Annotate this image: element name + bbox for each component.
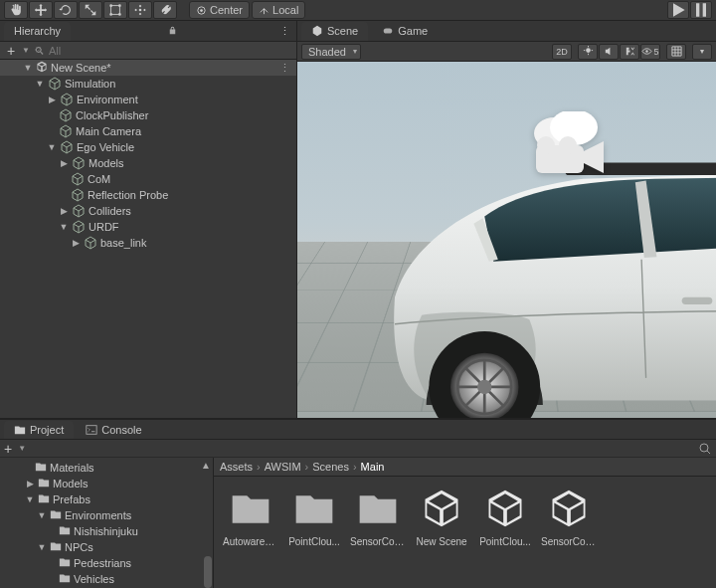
fold-icon[interactable]: ▶	[47, 95, 57, 104]
gameobject-icon	[84, 236, 97, 250]
folder-environments[interactable]: ▼Environments	[0, 507, 213, 523]
folder-prefabs[interactable]: ▼Prefabs	[0, 491, 213, 507]
unity-scene-icon	[36, 61, 48, 75]
folder-icon	[356, 487, 400, 530]
top-toolbar: Center Local	[0, 0, 716, 21]
fold-icon[interactable]: ▼	[23, 63, 33, 73]
move-tool[interactable]	[29, 1, 53, 19]
hierarchy-tabhdr: Hierarchy ⋮	[0, 21, 296, 42]
fold-icon[interactable]: ▶	[71, 238, 81, 248]
asset-item[interactable]: SensorConf...	[546, 487, 592, 578]
gameobject-icon	[60, 93, 74, 106]
grid-toggle[interactable]	[666, 44, 686, 60]
shading-dropdown[interactable]: Shaded	[301, 44, 361, 60]
gameobject-icon	[71, 188, 85, 202]
rect-tool[interactable]	[103, 1, 127, 19]
fx-toggle[interactable]	[620, 44, 639, 60]
hierarchy-item-menu[interactable]: ⋮	[279, 62, 290, 75]
node-colliders[interactable]: ▶Colliders	[0, 203, 296, 219]
svg-rect-25	[87, 425, 96, 434]
fold-icon[interactable]: ▼	[59, 222, 69, 232]
node-baselink[interactable]: ▶base_link	[0, 235, 296, 251]
scale-tool[interactable]	[79, 1, 102, 19]
folder-icon	[292, 487, 336, 530]
node-environment[interactable]: ▶Environment	[0, 92, 296, 107]
project-tab[interactable]: Project	[4, 421, 74, 439]
folder-materials[interactable]: Materials	[0, 460, 213, 476]
console-tab[interactable]: Console	[76, 421, 151, 439]
svg-point-5	[139, 9, 142, 12]
svg-point-3	[109, 13, 112, 16]
mode-2d-button[interactable]: 2D	[552, 44, 572, 60]
asset-item[interactable]: AutowareS...	[228, 487, 273, 578]
custom-tool[interactable]	[153, 1, 177, 19]
folder-nishishinjuku[interactable]: Nishishinjuku	[0, 523, 213, 539]
asset-label: AutowareS...	[223, 536, 278, 547]
crumb-awsim[interactable]: AWSIM	[265, 461, 301, 473]
audio-toggle[interactable]	[599, 44, 619, 60]
crumb-assets[interactable]: Assets	[220, 461, 253, 473]
hidden-toggle[interactable]: 5	[640, 44, 660, 60]
asset-item[interactable]: PointClou...	[482, 487, 528, 578]
scroll-up-icon[interactable]: ▲	[201, 460, 211, 471]
node-egovehicle[interactable]: ▼Ego Vehicle	[0, 139, 296, 155]
scene-viewport[interactable]	[297, 62, 716, 418]
rotate-tool[interactable]	[54, 1, 78, 19]
search-icon: 🔍︎	[34, 45, 45, 57]
project-toolbar: + ▼	[0, 440, 716, 458]
scene-row[interactable]: ▼ New Scene*	[0, 60, 296, 76]
node-maincamera[interactable]: Main Camera	[0, 123, 296, 139]
game-tab[interactable]: Game	[372, 22, 438, 41]
hierarchy-create-dropdown[interactable]: ▼	[22, 46, 30, 55]
folder-pedestrians[interactable]: Pedestrians	[0, 555, 213, 571]
asset-item[interactable]: New Scene	[419, 487, 464, 578]
transform-tool[interactable]	[128, 1, 152, 19]
unity-scene-icon	[483, 487, 527, 530]
hierarchy-search-input[interactable]	[49, 45, 292, 57]
node-com[interactable]: CoM	[0, 171, 296, 187]
gameobject-icon	[48, 77, 62, 91]
lighting-toggle[interactable]	[578, 44, 598, 60]
gameobject-icon	[59, 124, 73, 138]
fold-icon[interactable]: ▼	[35, 79, 45, 89]
chevron-right-icon: ›	[353, 461, 357, 473]
space-mode[interactable]: Local	[252, 1, 305, 19]
search-icon[interactable]	[698, 442, 712, 456]
play-button[interactable]	[667, 1, 689, 19]
folder-vehicles[interactable]: Vehicles	[0, 571, 213, 587]
fold-icon[interactable]: ▼	[47, 142, 57, 152]
pivot-label: Center	[210, 4, 243, 16]
asset-item[interactable]: SensorConf...	[355, 487, 401, 578]
crumb-main[interactable]: Main	[361, 461, 385, 473]
scene-tab[interactable]: Scene	[301, 22, 368, 41]
node-simulation[interactable]: ▼Simulation	[0, 76, 296, 92]
node-urdf[interactable]: ▼URDF	[0, 219, 296, 235]
project-tree-scrollbar[interactable]	[203, 472, 213, 588]
hierarchy-menu-icon[interactable]: ⋮	[273, 25, 296, 38]
asset-item[interactable]: PointClou...	[291, 487, 337, 578]
vehicle-model	[377, 151, 716, 418]
pause-button[interactable]	[690, 1, 712, 19]
folder-npcs[interactable]: ▼NPCs	[0, 539, 213, 555]
hierarchy-tab[interactable]: Hierarchy	[4, 22, 71, 41]
node-models[interactable]: ▶Models	[0, 155, 296, 171]
project-create-dropdown[interactable]: ▼	[18, 444, 26, 453]
node-reflection[interactable]: Reflection Probe	[0, 187, 296, 203]
fold-icon[interactable]: ▶	[59, 158, 69, 168]
fold-icon[interactable]: ▶	[59, 206, 69, 216]
chevron-right-icon: ›	[305, 461, 309, 473]
hierarchy-create-button[interactable]: +	[4, 43, 18, 59]
hand-tool[interactable]	[4, 1, 28, 19]
project-create-button[interactable]: +	[4, 441, 12, 457]
project-folder-tree[interactable]: ▲ Materials ▶Models ▼Prefabs ▼Environmen…	[0, 458, 214, 588]
hierarchy-tree[interactable]: ⋮ ▼ New Scene* ▼Simulation ▶Environment …	[0, 60, 296, 418]
svg-point-14	[477, 380, 491, 394]
pivot-mode[interactable]: Center	[189, 1, 250, 19]
asset-grid[interactable]: AutowareS...PointClou...SensorConf...New…	[214, 477, 716, 588]
gizmo-dropdown[interactable]: ▾	[692, 44, 712, 60]
node-clockpublisher[interactable]: ClockPublisher	[0, 107, 296, 123]
folder-models[interactable]: ▶Models	[0, 476, 213, 491]
hierarchy-lock-icon[interactable]	[161, 25, 184, 38]
camera-gizmo-icon	[516, 111, 616, 181]
crumb-scenes[interactable]: Scenes	[312, 461, 349, 473]
